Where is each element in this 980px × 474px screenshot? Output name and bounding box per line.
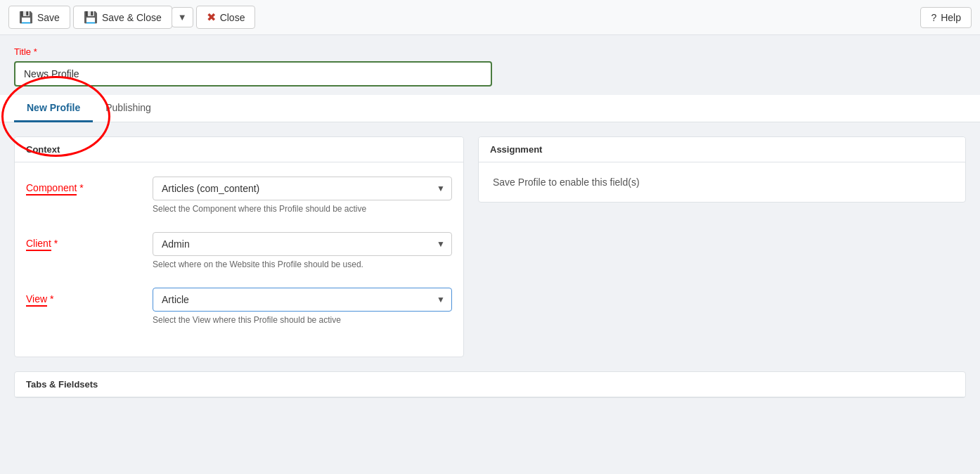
view-field-group: View * Article Category Featured ▼ Selec… [26, 288, 452, 326]
component-select[interactable]: Articles (com_content) Contacts (com_con… [153, 177, 452, 200]
context-panel-body: Component * Articles (com_content) Conta… [15, 162, 463, 357]
view-help-text: Select the View where this Profile shoul… [153, 314, 452, 326]
toolbar: 💾 Save 💾 Save & Close ▼ ✖ Close ? Help [0, 0, 980, 35]
assignment-panel: Assignment Save Profile to enable this f… [478, 136, 966, 203]
close-icon: ✖ [207, 11, 216, 24]
save-close-label: Save & Close [102, 12, 162, 23]
save-close-icon: 💾 [84, 11, 98, 24]
assignment-message: Save Profile to enable this field(s) [479, 162, 965, 202]
main-content: Context Component * Articles (com_conten… [0, 122, 980, 371]
question-icon: ? [931, 12, 936, 23]
component-label: Component * [26, 177, 153, 196]
title-area: Title * [0, 35, 980, 95]
client-help-text: Select where on the Website this Profile… [153, 259, 452, 271]
client-select-wrapper: Admin Site ▼ [153, 232, 452, 256]
context-panel-header: Context [15, 137, 463, 162]
help-button[interactable]: ? Help [920, 7, 972, 28]
view-label: View * [26, 288, 153, 307]
view-select[interactable]: Article Category Featured [153, 288, 452, 312]
tabs-fieldsets-header: Tabs & Fieldsets [15, 372, 965, 397]
assignment-panel-header: Assignment [479, 137, 965, 162]
bottom-section: Tabs & Fieldsets [0, 371, 980, 412]
tabs-fieldsets-panel: Tabs & Fieldsets [14, 371, 966, 398]
component-select-wrapper: Articles (com_content) Contacts (com_con… [153, 177, 452, 200]
context-panel: Context Component * Articles (com_conten… [14, 136, 464, 357]
client-select[interactable]: Admin Site [153, 232, 452, 256]
tabs-bar: New Profile Publishing [0, 95, 980, 122]
client-label: Client * [26, 232, 153, 251]
client-control: Admin Site ▼ Select where on the Website… [153, 232, 452, 271]
view-select-wrapper: Article Category Featured ▼ [153, 288, 452, 312]
help-label: Help [941, 12, 961, 23]
title-input[interactable] [14, 61, 492, 87]
component-control: Articles (com_content) Contacts (com_con… [153, 177, 452, 215]
close-label: Close [220, 12, 245, 23]
component-help-text: Select the Component where this Profile … [153, 203, 452, 215]
tab-publishing[interactable]: Publishing [93, 95, 164, 122]
save-icon: 💾 [19, 11, 33, 24]
close-button[interactable]: ✖ Close [196, 6, 256, 29]
client-field-group: Client * Admin Site ▼ Select where on th… [26, 232, 452, 271]
save-label: Save [37, 12, 60, 23]
view-control: Article Category Featured ▼ Select the V… [153, 288, 452, 326]
save-close-button[interactable]: 💾 Save & Close [73, 6, 172, 29]
save-button[interactable]: 💾 Save [8, 6, 70, 29]
tab-new-profile[interactable]: New Profile [14, 95, 93, 122]
dropdown-button[interactable]: ▼ [172, 7, 193, 27]
component-field-group: Component * Articles (com_content) Conta… [26, 177, 452, 215]
title-label: Title * [14, 46, 966, 57]
